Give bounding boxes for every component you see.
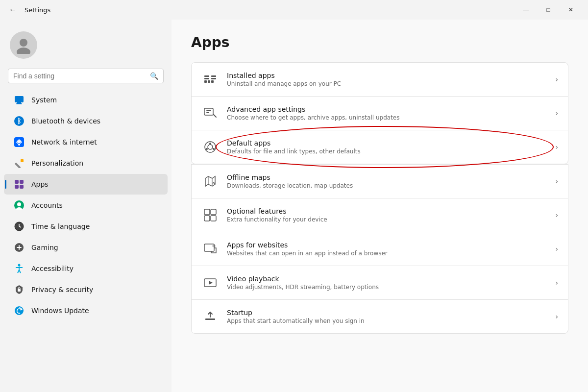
- svg-line-28: [19, 270, 21, 273]
- startup-title: Startup: [227, 309, 550, 317]
- svg-point-8: [18, 144, 20, 146]
- accessibility-icon: [14, 263, 24, 274]
- sidebar-item-gaming-label: Gaming: [31, 244, 58, 251]
- sidebar-item-system[interactable]: System: [4, 90, 168, 110]
- update-icon: [14, 305, 24, 316]
- settings-item-advanced-app[interactable]: Advanced app settings Choose where to ge…: [191, 96, 568, 130]
- apps-websites-text: Apps for websites Websites that can open…: [227, 241, 550, 257]
- close-button[interactable]: ✕: [560, 2, 582, 18]
- video-playback-desc: Video adjustments, HDR streaming, batter…: [227, 284, 550, 291]
- settings-item-video-playback[interactable]: Video playback Video adjustments, HDR st…: [191, 266, 568, 300]
- accounts-icon: [14, 200, 24, 211]
- apps-websites-chevron: ›: [555, 245, 558, 253]
- svg-rect-54: [204, 216, 210, 221]
- svg-rect-3: [17, 102, 21, 103]
- svg-rect-59: [205, 318, 215, 320]
- startup-chevron: ›: [555, 313, 558, 320]
- installed-apps-icon: [201, 71, 219, 88]
- offline-maps-icon: [201, 172, 219, 190]
- settings-item-installed-apps[interactable]: Installed apps Uninstall and manage apps…: [191, 62, 568, 97]
- svg-rect-9: [15, 163, 21, 168]
- startup-icon: [201, 308, 219, 325]
- search-container: 🔍: [0, 69, 172, 89]
- svg-point-45: [209, 143, 211, 145]
- svg-rect-29: [18, 289, 21, 292]
- sidebar-item-apps-label: Apps: [31, 180, 49, 188]
- apps-icon: [14, 179, 24, 190]
- minimize-button[interactable]: —: [514, 2, 537, 18]
- installed-apps-chevron: ›: [555, 75, 558, 83]
- optional-features-chevron: ›: [555, 211, 558, 219]
- advanced-app-chevron: ›: [555, 109, 558, 117]
- offline-maps-desc: Downloads, storage location, map updates: [227, 182, 550, 189]
- sidebar-item-gaming[interactable]: Gaming: [4, 237, 168, 258]
- sidebar-item-apps[interactable]: Apps: [4, 174, 168, 195]
- svg-rect-53: [211, 209, 216, 215]
- svg-rect-33: [204, 78, 209, 79]
- settings-item-startup[interactable]: Startup Apps that start automatically wh…: [191, 299, 568, 334]
- apps-websites-desc: Websites that can open in an app instead…: [227, 250, 550, 257]
- startup-desc: Apps that start automatically when you s…: [227, 318, 550, 324]
- svg-rect-4: [16, 103, 22, 104]
- apps-websites-title: Apps for websites: [227, 241, 550, 249]
- sidebar-item-network[interactable]: Network & internet: [4, 132, 168, 152]
- offline-maps-chevron: ›: [555, 177, 558, 185]
- sidebar-item-time[interactable]: Time & language: [4, 216, 168, 237]
- sidebar-item-bluetooth-label: Bluetooth & devices: [31, 117, 100, 125]
- svg-point-46: [213, 148, 215, 150]
- sidebar-item-privacy[interactable]: Privacy & security: [4, 279, 168, 300]
- sidebar-item-update[interactable]: Windows Update: [4, 300, 168, 321]
- optional-features-title: Optional features: [227, 207, 550, 215]
- sidebar-item-update-label: Windows Update: [31, 307, 89, 315]
- optional-features-icon: [201, 206, 219, 224]
- titlebar-controls: — □ ✕: [514, 2, 582, 18]
- svg-rect-55: [211, 216, 216, 221]
- search-input[interactable]: [13, 72, 146, 80]
- default-apps-wrapper: Default apps Defaults for file and link …: [191, 130, 568, 164]
- installed-apps-text: Installed apps Uninstall and manage apps…: [227, 72, 550, 87]
- content-area: Apps Installed apps: [172, 20, 588, 392]
- settings-item-offline-maps[interactable]: Offline maps Downloads, storage location…: [191, 164, 568, 198]
- sidebar-item-bluetooth[interactable]: ᛒ Bluetooth & devices: [4, 111, 168, 131]
- page-title: Apps: [191, 34, 568, 50]
- svg-text:ᛒ: ᛒ: [17, 117, 21, 125]
- apps-websites-icon: [201, 240, 219, 258]
- svg-rect-32: [204, 75, 209, 77]
- video-playback-icon: [201, 274, 219, 292]
- sidebar-item-network-label: Network & internet: [31, 138, 97, 146]
- svg-point-16: [17, 202, 21, 206]
- titlebar-title: Settings: [24, 6, 50, 14]
- svg-rect-13: [15, 185, 19, 189]
- offline-maps-text: Offline maps Downloads, storage location…: [227, 173, 550, 189]
- default-apps-icon: [201, 138, 219, 156]
- svg-point-47: [206, 148, 208, 150]
- sidebar-item-privacy-label: Privacy & security: [31, 286, 93, 294]
- maximize-button[interactable]: □: [537, 2, 560, 18]
- settings-item-default-apps[interactable]: Default apps Defaults for file and link …: [191, 130, 568, 164]
- sidebar: 🔍 System ᛒ: [0, 20, 172, 392]
- sidebar-item-personalization[interactable]: Personalization: [4, 153, 168, 173]
- back-button[interactable]: ←: [6, 3, 20, 16]
- svg-rect-52: [204, 209, 210, 215]
- time-icon: [14, 221, 24, 232]
- default-apps-title: Default apps: [227, 139, 550, 147]
- svg-point-42: [214, 115, 215, 116]
- settings-item-apps-websites[interactable]: Apps for websites Websites that can open…: [191, 232, 568, 266]
- settings-item-optional-features[interactable]: Optional features Extra functionality fo…: [191, 198, 568, 232]
- privacy-icon: [14, 284, 24, 295]
- personalization-icon: [14, 158, 24, 169]
- sidebar-item-accounts[interactable]: Accounts: [4, 195, 168, 216]
- avatar: [10, 31, 37, 59]
- svg-rect-12: [20, 180, 24, 184]
- svg-rect-34: [211, 75, 216, 77]
- sidebar-item-accessibility[interactable]: Accessibility: [4, 258, 168, 279]
- svg-rect-36: [204, 80, 207, 83]
- svg-point-24: [18, 264, 21, 267]
- startup-text: Startup Apps that start automatically wh…: [227, 309, 550, 324]
- sidebar-item-accessibility-label: Accessibility: [31, 265, 74, 272]
- sidebar-item-time-label: Time & language: [31, 222, 90, 230]
- svg-point-1: [17, 48, 30, 54]
- advanced-app-desc: Choose where to get apps, archive apps, …: [227, 114, 550, 121]
- titlebar-left: ← Settings: [6, 3, 50, 16]
- main-layout: 🔍 System ᛒ: [0, 20, 588, 392]
